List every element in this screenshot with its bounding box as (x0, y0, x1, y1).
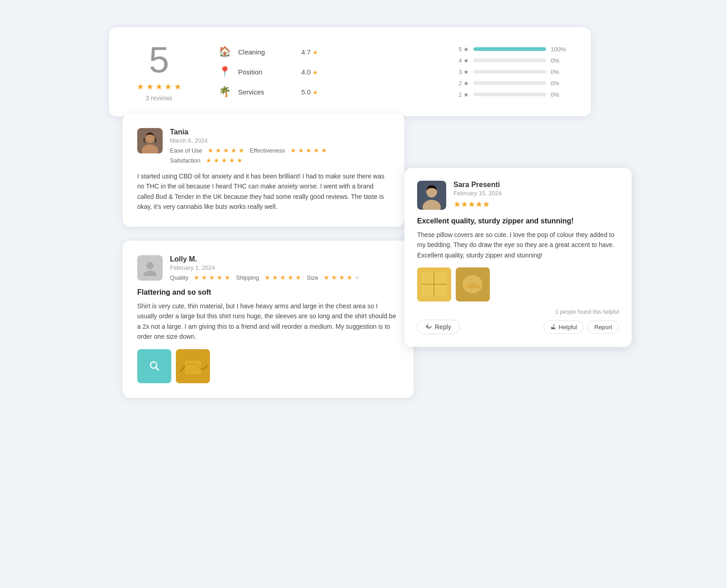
bar-label-4: 4 ★ (454, 57, 469, 64)
ease-of-use-label: Ease of Use (170, 147, 202, 154)
review-count: 3 reviews (127, 94, 191, 102)
helpful-report-group: Helpful Report (543, 321, 619, 334)
reviewer-info-tania: Tania March 6, 2024 Ease of Use ★★★★★ Ef… (170, 128, 327, 164)
big-rating-number: 5 (127, 42, 191, 78)
category-row-position: 📍 Position 4.0 ★ (218, 66, 318, 78)
helpful-text: 1 people found this helpful (417, 309, 619, 315)
reply-icon (426, 324, 432, 330)
review-images-lolly (137, 349, 399, 383)
avatar-tania (137, 128, 163, 153)
avatar-lolly (137, 255, 163, 281)
star-4: ★ (164, 82, 172, 91)
reviewer-date-tania: March 6, 2024 (170, 137, 327, 144)
rating-details-tania: Ease of Use ★★★★★ Effectiveness ★★★★★ (170, 147, 327, 154)
quality-stars: ★★★★★ (194, 274, 230, 281)
reply-label: Reply (435, 323, 451, 331)
review-text-sara: These pillow covers are so cute. I love … (417, 230, 619, 260)
reviewer-name-lolly: Lolly M. (170, 255, 360, 263)
review-title-sara: Excellent quality, sturdy zipper and stu… (417, 217, 619, 225)
rating-details-lolly: Quality ★★★★★ Shipping ★★★★★ Size ★★★★★ (170, 274, 360, 281)
reviewer-name-tania: Tania (170, 128, 327, 136)
bar-chart: 5 ★ 100% 4 ★ 0% 3 ★ 0% (454, 46, 573, 98)
star-3: ★ (155, 82, 163, 91)
reply-button[interactable]: Reply (417, 320, 460, 334)
reviewer-header-sara: Sara Presenti February 15, 2024 ★★★★★ (417, 181, 619, 210)
review-card-sara: Sara Presenti February 15, 2024 ★★★★★ Ex… (404, 168, 632, 347)
reviewer-header-tania: Tania March 6, 2024 Ease of Use ★★★★★ Ef… (137, 128, 390, 164)
overall-score-section: 5 ★ ★ ★ ★ ★ 3 reviews (127, 42, 191, 102)
thumbs-up-icon (550, 324, 557, 330)
review-images-sara (417, 267, 619, 301)
helpful-label: Helpful (559, 324, 577, 331)
report-label: Report (594, 324, 612, 331)
bar-track-5 (473, 47, 546, 51)
bar-pct-2: 0% (551, 80, 567, 87)
bar-label-1: 1 ★ (454, 91, 469, 98)
reviewer-info-lolly: Lolly M. February 1, 2024 Quality ★★★★★ … (170, 255, 360, 281)
bar-track-3 (473, 70, 546, 74)
bar-row-5: 5 ★ 100% (454, 46, 573, 53)
overall-stars: ★ ★ ★ ★ ★ (127, 82, 191, 92)
bar-pct-3: 0% (551, 69, 567, 75)
bar-row-1: 1 ★ 0% (454, 91, 573, 98)
bar-row-3: 3 ★ 0% (454, 69, 573, 75)
reviewer-info-sara: Sara Presenti February 15, 2024 ★★★★★ (453, 181, 502, 209)
shipping-stars: ★★★★★ (264, 274, 301, 281)
services-icon: 🌴 (218, 86, 231, 98)
review-image-thumb-1-sara[interactable] (417, 267, 451, 301)
review-card-footer-sara: 1 people found this helpful Reply (417, 309, 619, 334)
satisfaction-row: Satisfaction ★★★★★ (170, 157, 327, 164)
review-image-thumb-2-lolly[interactable] (176, 349, 210, 383)
review-image-thumb-1-lolly[interactable] (137, 349, 171, 383)
satisfaction-label: Satisfaction (170, 157, 200, 164)
bar-fill-5 (473, 47, 546, 51)
svg-point-5 (144, 271, 156, 276)
effectiveness-label: Effectiveness (250, 147, 285, 154)
category-ratings: 🏠 Cleaning 4.7 ★ 📍 Position 4.0 ★ 🌴 Serv… (218, 46, 318, 98)
effectiveness-stars: ★★★★★ (290, 147, 327, 154)
cleaning-icon: 🏠 (218, 46, 231, 58)
position-label: Position (238, 68, 274, 76)
ease-of-use-stars: ★★★★★ (208, 147, 244, 154)
review-text-lolly: Shirt is very cute, thin material, but I… (137, 301, 399, 342)
services-score: 5.0 ★ (301, 88, 318, 96)
report-button[interactable]: Report (588, 321, 619, 334)
quality-label: Quality (170, 274, 188, 281)
bar-row-2: 2 ★ 0% (454, 80, 573, 87)
svg-point-4 (146, 262, 154, 269)
helpful-button[interactable]: Helpful (543, 321, 584, 334)
avatar-placeholder-lolly (137, 255, 163, 281)
bar-pct-1: 0% (551, 91, 567, 98)
reviewer-name-sara: Sara Presenti (453, 181, 502, 189)
review-image-thumb-2-sara[interactable] (456, 267, 490, 301)
svg-line-7 (156, 367, 159, 370)
bar-pct-5: 100% (551, 46, 567, 53)
cleaning-label: Cleaning (238, 48, 274, 56)
bar-row-4: 4 ★ 0% (454, 57, 573, 64)
review-actions: Reply Helpful Report (417, 320, 619, 334)
bar-track-2 (473, 81, 546, 85)
size-label: Size (307, 274, 318, 281)
shipping-label: Shipping (236, 274, 259, 281)
reviewer-date-lolly: February 1, 2024 (170, 264, 360, 271)
review-title-lolly: Flattering and so soft (137, 288, 399, 296)
category-row-cleaning: 🏠 Cleaning 4.7 ★ (218, 46, 318, 58)
rating-summary-card: 5 ★ ★ ★ ★ ★ 3 reviews 🏠 Cleaning 4.7 ★ 📍… (109, 27, 591, 116)
bar-label-2: 2 ★ (454, 80, 469, 87)
sara-stars: ★★★★★ (453, 199, 502, 209)
star-2: ★ (146, 82, 154, 91)
review-card-tania: Tania March 6, 2024 Ease of Use ★★★★★ Ef… (123, 114, 404, 227)
position-icon: 📍 (218, 66, 231, 78)
reviewer-date-sara: February 15, 2024 (453, 190, 502, 197)
category-row-services: 🌴 Services 5.0 ★ (218, 86, 318, 98)
bar-label-3: 3 ★ (454, 69, 469, 75)
satisfaction-stars: ★★★★★ (206, 157, 243, 164)
review-text-tania: I started using CBD oil for anxiety and … (137, 171, 390, 212)
size-stars: ★★★★★ (324, 274, 360, 281)
svg-rect-9 (185, 361, 201, 374)
review-card-lolly: Lolly M. February 1, 2024 Quality ★★★★★ … (123, 241, 413, 398)
bar-label-5: 5 ★ (454, 46, 469, 53)
cleaning-score: 4.7 ★ (301, 48, 318, 56)
bar-track-1 (473, 93, 546, 96)
star-5: ★ (174, 82, 181, 91)
